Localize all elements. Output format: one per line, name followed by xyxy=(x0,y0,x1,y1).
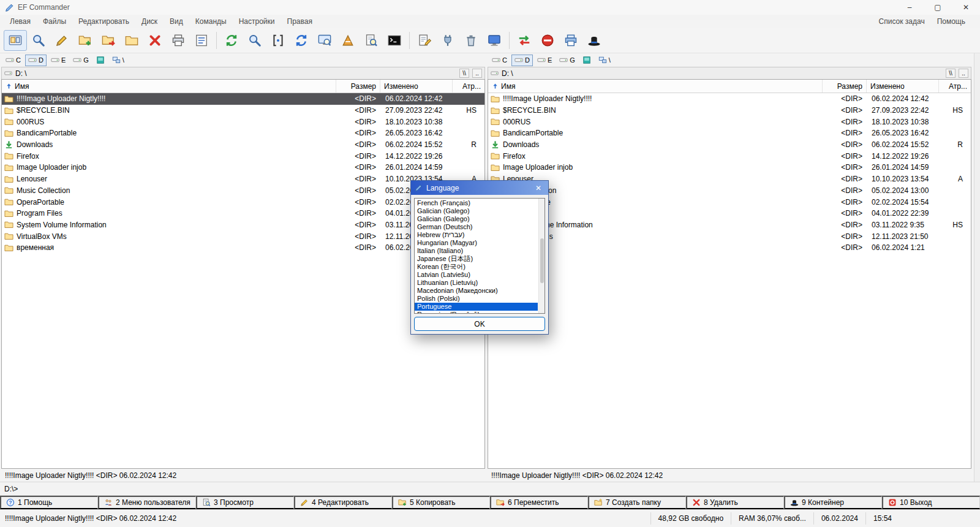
language-option[interactable]: Italian (Italiano) xyxy=(415,247,538,255)
file-row[interactable]: System Volume Information<DIR>03.11.2022… xyxy=(488,219,971,231)
language-option[interactable]: Galician (Galego) xyxy=(415,215,538,223)
copy-icon[interactable] xyxy=(74,30,97,51)
file-row[interactable]: VirtualBox VMs<DIR>12.11.2023 21:50 xyxy=(488,230,971,242)
properties-icon[interactable] xyxy=(190,30,213,51)
network-button[interactable]: \ xyxy=(595,55,614,66)
menu-left-menu[interactable]: Левая xyxy=(4,16,37,27)
drive-d-button[interactable]: D xyxy=(25,55,47,66)
fn-delete-button[interactable]: 8 Удалить xyxy=(686,496,784,509)
drive-c-button[interactable]: C xyxy=(2,55,24,66)
print-icon[interactable] xyxy=(167,30,190,51)
desktop-button[interactable] xyxy=(93,55,108,66)
fn-container-button[interactable]: 9 Контейнер xyxy=(784,496,882,509)
find-files-icon[interactable] xyxy=(360,30,383,51)
file-row[interactable]: Lenouser<DIR>10.10.2023 13:54A xyxy=(488,173,971,185)
ok-button[interactable]: OK xyxy=(414,317,545,331)
search-icon[interactable] xyxy=(27,30,50,51)
find-icon[interactable] xyxy=(243,30,266,51)
language-option[interactable]: Japanese (日本語) xyxy=(415,255,538,263)
list-scrollbar[interactable] xyxy=(538,199,545,313)
file-row[interactable]: Music Collection<DIR>05.02.2024 13:00 xyxy=(488,185,971,197)
preview-icon[interactable] xyxy=(313,30,336,51)
edit-icon[interactable] xyxy=(50,30,74,51)
dialog-close-button[interactable]: ✕ xyxy=(532,181,545,195)
up-button[interactable]: .. xyxy=(959,69,968,78)
drive-d-button[interactable]: D xyxy=(511,55,533,66)
column-modified[interactable]: Изменено xyxy=(380,80,453,93)
menu-help[interactable]: Помощь xyxy=(931,16,971,27)
command-line[interactable]: D:\> xyxy=(0,482,980,495)
file-row[interactable]: $RECYCLE.BIN<DIR>27.09.2023 22:42HS xyxy=(2,105,484,116)
file-row[interactable]: BandicamPortable<DIR>26.05.2023 16:42 xyxy=(488,127,971,139)
language-option[interactable]: Macedonian (Македонски) xyxy=(415,287,538,295)
scrollbar-thumb[interactable] xyxy=(540,238,544,283)
recycle-bin-icon[interactable] xyxy=(459,30,483,51)
fn-exit-button[interactable]: 10 Выход xyxy=(882,496,980,509)
desktop-button[interactable] xyxy=(579,55,594,66)
menu-task-list[interactable]: Список задач xyxy=(873,16,931,27)
fn-move-button[interactable]: 6 Переместить xyxy=(490,496,588,509)
fn-copy-button[interactable]: 5 Копировать xyxy=(392,496,490,509)
drive-e-button[interactable]: E xyxy=(534,55,555,66)
language-option[interactable]: Hungarian (Magyar) xyxy=(415,239,538,247)
console-icon[interactable] xyxy=(383,30,406,51)
root-button[interactable]: \\ xyxy=(946,69,956,78)
language-option[interactable]: Romanian (Română) xyxy=(415,311,538,313)
quick-view-icon[interactable] xyxy=(266,30,290,51)
file-row[interactable]: Firefox<DIR>14.12.2022 19:26 xyxy=(488,150,971,162)
delete-icon[interactable] xyxy=(143,30,167,51)
column-name[interactable]: Имя xyxy=(2,80,336,93)
file-row[interactable]: OperaPortable<DIR>02.02.2024 15:54 xyxy=(488,196,971,208)
menu-edit[interactable]: Редактировать xyxy=(72,16,135,27)
pack-icon[interactable] xyxy=(120,30,143,51)
network-button[interactable]: \ xyxy=(109,55,127,66)
menu-disk[interactable]: Диск xyxy=(135,16,164,27)
file-row[interactable]: Firefox<DIR>14.12.2022 19:26 xyxy=(2,150,484,162)
language-option[interactable]: Korean (한국어) xyxy=(415,263,538,271)
menu-commands[interactable]: Команды xyxy=(189,16,233,27)
fn-user-menu-button[interactable]: 2 Меню пользователя xyxy=(98,496,196,509)
dialog-titlebar[interactable]: Language ✕ xyxy=(411,181,548,195)
connect-icon[interactable] xyxy=(436,30,459,51)
up-button[interactable]: .. xyxy=(472,69,482,78)
language-option[interactable]: German (Deutsch) xyxy=(415,223,538,231)
file-row[interactable]: Downloads<DIR>06.02.2024 15:52R xyxy=(2,139,484,151)
language-option[interactable]: Polish (Polski) xyxy=(415,295,538,303)
language-option[interactable]: Latvian (Latviešu) xyxy=(415,271,538,279)
menu-view[interactable]: Вид xyxy=(164,16,189,27)
maximize-button[interactable]: ▢ xyxy=(924,0,952,15)
remote-desktop-icon[interactable] xyxy=(483,30,506,51)
reload-icon[interactable] xyxy=(290,30,313,51)
file-row[interactable]: $RECYCLE.BIN<DIR>27.09.2023 22:42HS xyxy=(488,105,971,116)
file-row[interactable]: !!!!Image Uploader Nigtly!!!!<DIR>06.02.… xyxy=(488,93,971,105)
notes-icon[interactable] xyxy=(413,30,436,51)
chart-icon[interactable] xyxy=(336,30,360,51)
language-option[interactable]: Lithuanian (Lietuvių) xyxy=(415,279,538,287)
move-icon[interactable] xyxy=(97,30,120,51)
column-size[interactable]: Размер xyxy=(336,80,380,93)
file-row[interactable]: Downloads<DIR>06.02.2024 15:52R xyxy=(488,139,971,151)
close-button[interactable]: ✕ xyxy=(952,0,980,15)
column-attr[interactable]: Атр... xyxy=(939,80,971,93)
abort-icon[interactable] xyxy=(536,30,559,51)
drive-g-button[interactable]: G xyxy=(556,55,578,66)
container-icon[interactable] xyxy=(582,30,606,51)
language-option[interactable]: Portuguese xyxy=(415,303,538,311)
device-print-icon[interactable] xyxy=(559,30,582,51)
panels-icon[interactable] xyxy=(4,30,27,51)
fn-edit-button[interactable]: 4 Редактировать xyxy=(294,496,392,509)
menu-right-menu[interactable]: Правая xyxy=(281,16,318,27)
column-attr[interactable]: Атр... xyxy=(453,80,484,93)
root-button[interactable]: \\ xyxy=(459,69,469,78)
column-modified[interactable]: Изменено xyxy=(867,80,939,93)
minimize-button[interactable]: – xyxy=(895,0,924,15)
drive-g-button[interactable]: G xyxy=(70,55,92,66)
language-option[interactable]: Hebrew (עברית) xyxy=(415,231,538,239)
file-row[interactable]: Image Uploader injob<DIR>26.01.2024 14:5… xyxy=(2,162,484,173)
window-scrollbar[interactable] xyxy=(974,53,980,482)
language-option[interactable]: French (Français) xyxy=(415,199,538,207)
refresh-icon[interactable] xyxy=(220,30,243,51)
file-row[interactable]: Program Files<DIR>04.01.2022 22:39 xyxy=(488,208,971,219)
column-size[interactable]: Размер xyxy=(823,80,867,93)
file-row[interactable]: временная<DIR>06.02.2024 1:21 xyxy=(488,242,971,254)
